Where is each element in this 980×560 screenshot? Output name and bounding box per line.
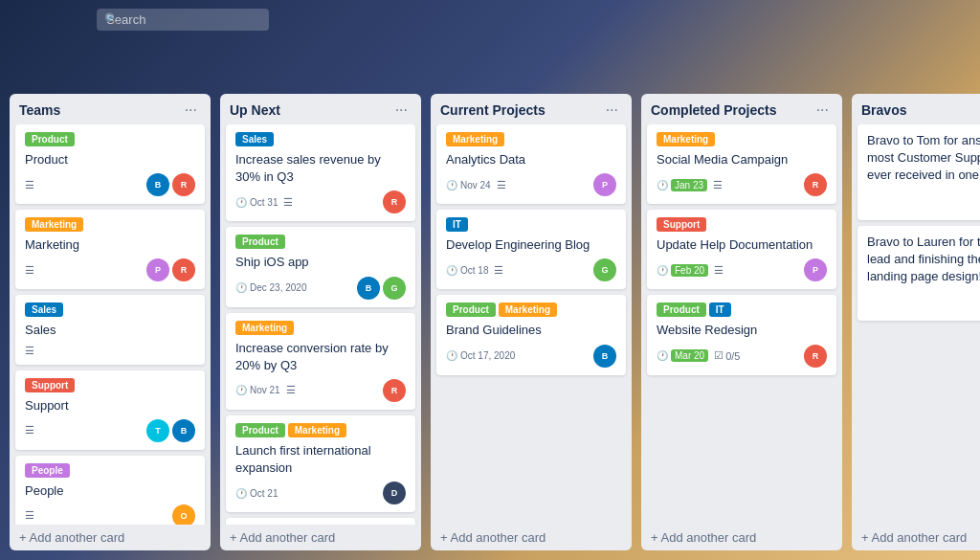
due-text: Jan 23 — [671, 179, 707, 191]
card-social-media[interactable]: MarketingSocial Media Campaign🕐Jan 23☰R — [647, 124, 836, 204]
add-card-button-teams[interactable]: + Add another card — [10, 525, 211, 550]
column-menu-button-teams[interactable]: ··· — [181, 101, 201, 119]
card-avatar-people-0[interactable]: O — [172, 504, 195, 525]
checklist-website-redesign: ☑ 0/5 — [714, 349, 740, 362]
clock-icon: 🕐 — [235, 488, 247, 499]
card-labels-brand-guidelines: ProductMarketing — [446, 302, 616, 317]
add-card-button-up-next[interactable]: + Add another card — [220, 525, 421, 550]
card-title-intl-expansion: Launch first international expansion — [235, 442, 406, 477]
column-menu-button-current-projects[interactable]: ··· — [602, 101, 622, 119]
due-text: Feb 20 — [671, 264, 708, 277]
card-title-ship-ios: Ship iOS app — [235, 254, 406, 271]
due-text: Nov 24 — [460, 180, 491, 190]
cards-container-bravos: Bravo to Tom for answering the most Cust… — [852, 124, 980, 525]
label-marketing: Marketing — [499, 302, 557, 317]
card-footer-sales-revenue: 🕐Oct 31☰R — [235, 190, 406, 213]
card-title-bravo-tom: Bravo to Tom for answering the most Cust… — [867, 132, 980, 185]
card-avatar-support-0[interactable]: T — [146, 419, 169, 442]
card-avatar-marketing-0[interactable]: P — [146, 258, 169, 281]
card-due-intl-expansion: 🕐Oct 21 — [235, 488, 278, 499]
search-input[interactable] — [97, 9, 269, 31]
card-footer-social-media: 🕐Jan 23☰R — [657, 173, 827, 196]
add-card-button-bravos[interactable]: + Add another card — [852, 525, 980, 550]
card-avatar-social-media-0[interactable]: R — [804, 173, 827, 196]
card-conversion[interactable]: MarketingIncrease conversion rate by 20%… — [226, 313, 415, 410]
clock-icon: 🕐 — [446, 350, 457, 361]
card-footer-ship-ios: 🕐Dec 23, 2020BG — [235, 277, 406, 300]
card-avatars-support: TB — [146, 419, 195, 442]
card-avatar-analytics-data-0[interactable]: P — [593, 173, 616, 196]
clock-icon: 🕐 — [657, 265, 668, 276]
card-avatars-sales-revenue: R — [383, 190, 406, 213]
card-avatars-eng-blog: G — [593, 258, 616, 281]
card-avatar-conversion-0[interactable]: R — [383, 379, 406, 402]
label-product: Product — [657, 302, 706, 317]
desc-icon-support: ☰ — [25, 424, 34, 437]
card-labels-help-docs: Support — [657, 217, 827, 232]
desc-icon-sales-revenue: ☰ — [283, 196, 293, 209]
card-avatar-website-redesign-0[interactable]: R — [804, 345, 827, 368]
card-avatars-social-media: R — [804, 173, 827, 196]
card-help-docs[interactable]: SupportUpdate Help Documentation🕐Feb 20☰… — [647, 210, 836, 289]
card-due-help-docs: 🕐Feb 20 — [657, 264, 708, 277]
card-sales-revenue[interactable]: SalesIncrease sales revenue by 30% in Q3… — [226, 124, 415, 221]
card-title-sales-revenue: Increase sales revenue by 30% in Q3 — [235, 151, 406, 186]
card-avatar-help-docs-0[interactable]: P — [804, 258, 827, 281]
card-title-help-docs: Update Help Documentation — [657, 236, 827, 254]
card-avatar-product-0[interactable]: B — [146, 173, 169, 196]
card-ship-ios[interactable]: ProductShip iOS app🕐Dec 23, 2020BG — [226, 227, 415, 306]
card-bravo-tom[interactable]: Bravo to Tom for answering the most Cust… — [858, 124, 980, 220]
card-title-conversion: Increase conversion rate by 20% by Q3 — [235, 340, 406, 374]
card-people[interactable]: PeoplePeople☰O — [15, 456, 205, 525]
card-avatar-intl-expansion-0[interactable]: D — [383, 482, 406, 504]
card-meta-eng-blog: 🕐Oct 18☰ — [446, 264, 589, 277]
card-footer-analytics-data: 🕐Nov 24☰P — [446, 173, 616, 196]
card-website-redesign[interactable]: ProductITWebsite Redesign🕐Mar 20☑ 0/5R — [647, 295, 836, 374]
card-avatar-support-1[interactable]: B — [172, 419, 195, 442]
add-card-button-completed-projects[interactable]: + Add another card — [641, 525, 842, 550]
card-avatars-brand-guidelines: B — [593, 345, 616, 368]
card-avatars-people: O — [172, 504, 195, 525]
card-footer-bravo-tom: D — [867, 190, 980, 213]
column-header-current-projects: Current Projects··· — [431, 94, 632, 124]
card-sales[interactable]: SalesSales☰ — [15, 295, 205, 364]
card-title-bravo-lauren: Bravo to Lauren for taking the lead and … — [867, 234, 980, 286]
column-menu-button-completed-projects[interactable]: ··· — [813, 101, 833, 119]
card-title-analytics-data: Analytics Data — [446, 151, 616, 168]
card-eng-blog[interactable]: ITDevelop Engineering Blog🕐Oct 18☰G — [436, 210, 626, 289]
card-bravo-lauren[interactable]: Bravo to Lauren for taking the lead and … — [858, 226, 980, 322]
cards-container-current-projects: MarketingAnalytics Data🕐Nov 24☰PITDevelo… — [431, 124, 632, 525]
card-avatar-product-1[interactable]: R — [172, 173, 195, 196]
card-marketing[interactable]: MarketingMarketing☰PR — [15, 210, 205, 289]
card-footer-eng-blog: 🕐Oct 18☰G — [446, 258, 616, 281]
card-avatar-ship-ios-0[interactable]: B — [357, 277, 380, 300]
card-meta-sales: ☰ — [25, 345, 195, 357]
card-intl-expansion[interactable]: ProductMarketingLaunch first internation… — [226, 415, 415, 512]
card-avatar-marketing-1[interactable]: R — [172, 258, 195, 281]
card-analytics-data[interactable]: MarketingAnalytics Data🕐Nov 24☰P — [436, 124, 626, 204]
label-support: Support — [657, 217, 706, 232]
column-menu-button-up-next[interactable]: ··· — [391, 101, 412, 119]
card-due-brand-guidelines: 🕐Oct 17, 2020 — [446, 350, 515, 361]
column-header-bravos: Bravos··· — [852, 94, 980, 124]
card-avatar-sales-revenue-0[interactable]: R — [383, 190, 406, 213]
card-due-website-redesign: 🕐Mar 20 — [657, 349, 708, 362]
card-footer-conversion: 🕐Nov 21☰R — [235, 379, 406, 402]
card-avatar-eng-blog-0[interactable]: G — [593, 258, 616, 281]
due-text: Oct 18 — [460, 265, 488, 276]
due-text: Oct 21 — [250, 488, 278, 499]
card-avatar-ship-ios-1[interactable]: G — [383, 277, 406, 300]
add-card-button-current-projects[interactable]: + Add another card — [431, 525, 632, 550]
card-footer-help-docs: 🕐Feb 20☰P — [657, 258, 827, 281]
card-smb-messaging[interactable]: MarketingSalesTest new messaging for SMB… — [226, 518, 415, 525]
card-avatar-brand-guidelines-0[interactable]: B — [593, 345, 616, 368]
card-support[interactable]: SupportSupport☰TB — [15, 370, 205, 450]
card-meta-conversion: 🕐Nov 21☰ — [235, 384, 378, 396]
desc-icon-sales: ☰ — [25, 345, 34, 357]
card-brand-guidelines[interactable]: ProductMarketingBrand Guidelines🕐Oct 17,… — [436, 295, 626, 374]
clock-icon: 🕐 — [657, 180, 668, 190]
card-meta-analytics-data: 🕐Nov 24☰ — [446, 179, 589, 191]
card-product[interactable]: ProductProduct☰BR — [15, 124, 205, 204]
card-labels-sales: Sales — [25, 302, 195, 317]
column-completed-projects: Completed Projects···MarketingSocial Med… — [641, 94, 842, 550]
